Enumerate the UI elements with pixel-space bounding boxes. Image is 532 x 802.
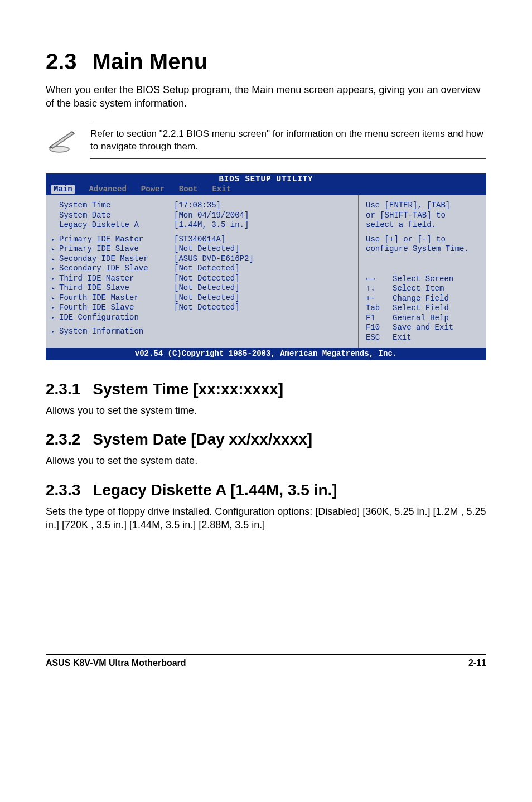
bios-key-desc: Select Screen — [393, 274, 453, 284]
bios-item-value: [Not Detected] — [174, 293, 350, 303]
page-title: 2.3Main Menu — [46, 49, 486, 74]
bios-item-value: [Not Detected] — [174, 274, 350, 284]
bios-key-desc: Exit — [393, 333, 412, 343]
bios-item-label[interactable]: Primary IDE Master — [51, 235, 174, 245]
bios-tab-power[interactable]: Power — [141, 185, 165, 195]
footer-page-number: 2-11 — [468, 658, 486, 668]
bios-left-pane: System Time[17:08:35] System Date[Mon 04… — [46, 195, 358, 348]
bios-help-line: or [SHIFT-TAB] to — [366, 211, 480, 221]
bios-item-value: [Not Detected] — [174, 264, 350, 274]
bios-key: ESC — [366, 333, 393, 343]
bios-item-value: [Not Detected] — [174, 303, 350, 313]
bios-key: +- — [366, 294, 393, 304]
subsection-number: 2.3.2 — [46, 431, 80, 448]
bios-item-value: [Not Detected] — [174, 244, 350, 254]
bios-key: F10 — [366, 323, 393, 333]
bios-item-label[interactable]: Fourth IDE Slave — [51, 303, 174, 313]
bios-key-desc: Select Item — [393, 284, 444, 294]
bios-item-label[interactable]: System Date — [51, 211, 174, 221]
bios-item-label[interactable]: System Time — [51, 201, 174, 211]
bios-item-label[interactable]: System Information — [51, 327, 174, 337]
bios-item-value: [Mon 04/19/2004] — [174, 211, 350, 221]
bios-key: Tab — [366, 303, 393, 313]
subsection-title: System Time [xx:xx:xxxx] — [93, 380, 283, 398]
subsection-body: Sets the type of floppy drive installed.… — [46, 505, 486, 532]
bios-item-value: [Not Detected] — [174, 283, 350, 293]
bios-item-value: [ST340014A] — [174, 235, 350, 245]
bios-key-legend: ←→Select Screen ↑↓Select Item +-Change F… — [366, 274, 480, 343]
bios-key-desc: Save and Exit — [393, 323, 453, 333]
bios-item-label[interactable]: Fourth IDE Master — [51, 293, 174, 303]
bios-tab-exit[interactable]: Exit — [212, 185, 231, 195]
subsection-heading: 2.3.2System Date [Day xx/xx/xxxx] — [46, 431, 486, 448]
bios-screenshot: BIOS SETUP UTILITY Main Advanced Power B… — [46, 173, 486, 360]
bios-item-value — [174, 327, 350, 337]
subsection-title: System Date [Day xx/xx/xxxx] — [93, 431, 312, 448]
bios-item-label[interactable]: IDE Configuration — [51, 313, 174, 323]
intro-paragraph: When you enter the BIOS Setup program, t… — [46, 83, 486, 110]
note-text: Refer to section "2.2.1 BIOS menu screen… — [90, 128, 486, 153]
subsection-heading: 2.3.3Legacy Diskette A [1.44M, 3.5 in.] — [46, 481, 486, 499]
bios-item-label[interactable]: Seconday IDE Master — [51, 254, 174, 264]
bios-item-value — [174, 313, 350, 323]
bios-item-value: [1.44M, 3.5 in.] — [174, 220, 350, 230]
bios-item-label[interactable]: Secondary IDE Slave — [51, 264, 174, 274]
bios-help-line: Use [+] or [-] to — [366, 235, 480, 245]
bios-copyright-bar: v02.54 (C)Copyright 1985-2003, American … — [46, 348, 486, 360]
bios-key-desc: Select Field — [393, 303, 449, 313]
subsection-number: 2.3.1 — [46, 380, 80, 398]
page-footer: ASUS K8V-VM Ultra Motherboard 2-11 — [46, 655, 486, 668]
bios-body: System Time[17:08:35] System Date[Mon 04… — [46, 195, 486, 348]
bios-tab-advanced[interactable]: Advanced — [89, 185, 127, 195]
bios-help-pane: Use [ENTER], [TAB] or [SHIFT-TAB] to sel… — [358, 195, 486, 348]
subsection-title: Legacy Diskette A [1.44M, 3.5 in.] — [93, 481, 337, 499]
bios-key: ↑↓ — [366, 284, 393, 294]
bios-tab-boot[interactable]: Boot — [179, 185, 198, 195]
bios-item-label[interactable]: Legacy Diskette A — [51, 220, 174, 230]
subsection-body: Allows you to set the system date. — [46, 454, 486, 467]
bios-tab-main[interactable]: Main — [51, 185, 75, 195]
footer-product-name: ASUS K8V-VM Ultra Motherboard — [46, 658, 186, 668]
bios-menu-bar: Main Advanced Power Boot Exit — [46, 185, 486, 196]
subsection-body: Allows you to set the system time. — [46, 404, 486, 417]
bios-item-label[interactable]: Third IDE Slave — [51, 283, 174, 293]
note-block: Refer to section "2.2.1 BIOS menu screen… — [46, 122, 486, 160]
note-frame: Refer to section "2.2.1 BIOS menu screen… — [90, 122, 486, 160]
subsection-number: 2.3.3 — [46, 481, 80, 499]
bios-item-label[interactable]: Primary IDE Slave — [51, 244, 174, 254]
bios-item-label[interactable]: Third IDE Master — [51, 274, 174, 284]
bios-title-bar: BIOS SETUP UTILITY — [46, 173, 486, 185]
bios-key-desc: Change Field — [393, 294, 449, 304]
bios-help-line: select a field. — [366, 220, 480, 230]
note-icon — [46, 124, 77, 157]
bios-item-value: [17:08:35] — [174, 201, 350, 211]
section-title-text: Main Menu — [93, 49, 208, 74]
bios-key-desc: General Help — [393, 313, 449, 323]
bios-key: ←→ — [366, 274, 393, 284]
bios-key: F1 — [366, 313, 393, 323]
bios-help-line: configure System Time. — [366, 244, 480, 254]
bios-item-value: [ASUS DVD-E616P2] — [174, 254, 350, 264]
page: 2.3Main Menu When you enter the BIOS Set… — [0, 0, 532, 802]
subsection-heading: 2.3.1System Time [xx:xx:xxxx] — [46, 380, 486, 398]
bios-help-line: Use [ENTER], [TAB] — [366, 201, 480, 211]
section-number: 2.3 — [46, 49, 77, 74]
